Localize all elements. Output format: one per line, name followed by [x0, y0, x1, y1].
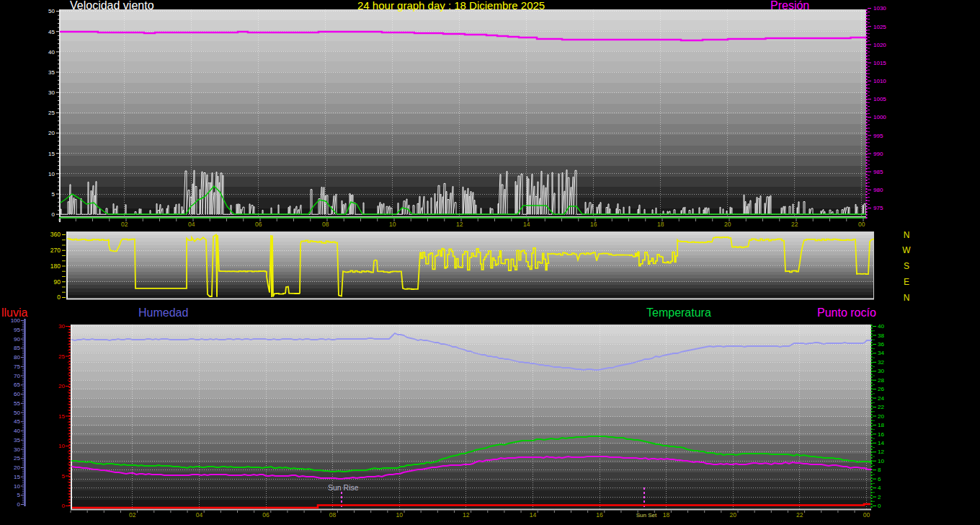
- svg-text:02: 02: [121, 221, 128, 228]
- svg-text:04: 04: [188, 221, 195, 228]
- svg-text:28: 28: [878, 377, 884, 384]
- svg-text:N: N: [904, 293, 910, 303]
- svg-text:10: 10: [14, 483, 20, 490]
- svg-text:02: 02: [129, 511, 136, 519]
- svg-text:1000: 1000: [873, 114, 886, 120]
- svg-text:20: 20: [14, 464, 20, 471]
- svg-text:0: 0: [62, 503, 66, 509]
- svg-text:22: 22: [878, 404, 884, 410]
- svg-text:1005: 1005: [873, 96, 886, 102]
- svg-text:60: 60: [14, 391, 20, 397]
- svg-text:95: 95: [14, 327, 20, 333]
- svg-text:1025: 1025: [873, 24, 886, 30]
- svg-text:360: 360: [50, 231, 61, 238]
- svg-text:Temperatura: Temperatura: [646, 306, 711, 319]
- svg-text:24 hour graph day : 18 Diciemb: 24 hour graph day : 18 Diciembre 2025: [357, 0, 545, 12]
- svg-text:995: 995: [873, 133, 883, 139]
- svg-text:30: 30: [58, 323, 65, 330]
- svg-text:20: 20: [729, 511, 736, 519]
- svg-text:14: 14: [530, 511, 537, 519]
- svg-text:30: 30: [48, 89, 55, 96]
- svg-text:06: 06: [255, 221, 262, 228]
- svg-text:Punto rocío: Punto rocío: [817, 306, 876, 319]
- svg-text:40: 40: [14, 428, 20, 434]
- svg-text:E: E: [904, 277, 909, 287]
- svg-text:18: 18: [657, 221, 664, 228]
- svg-text:00: 00: [863, 511, 870, 519]
- svg-text:24: 24: [878, 395, 884, 402]
- svg-text:N: N: [904, 230, 910, 240]
- svg-text:0: 0: [878, 503, 881, 509]
- svg-text:32: 32: [878, 359, 884, 366]
- svg-text:50: 50: [14, 410, 20, 416]
- svg-text:975: 975: [873, 205, 883, 211]
- svg-text:1020: 1020: [873, 42, 886, 48]
- svg-text:20: 20: [878, 413, 884, 420]
- svg-text:W: W: [902, 245, 911, 255]
- svg-text:30: 30: [878, 368, 884, 374]
- svg-text:50: 50: [48, 8, 55, 14]
- svg-text:Sun Rise: Sun Rise: [328, 483, 359, 492]
- svg-text:10: 10: [389, 221, 396, 228]
- svg-text:4: 4: [878, 485, 881, 491]
- svg-text:45: 45: [48, 29, 55, 35]
- svg-text:985: 985: [873, 169, 883, 175]
- svg-text:100: 100: [11, 317, 21, 324]
- svg-text:10: 10: [396, 511, 403, 519]
- svg-text:Presión: Presión: [770, 0, 809, 12]
- svg-text:1010: 1010: [873, 78, 886, 84]
- svg-text:90: 90: [54, 278, 61, 286]
- svg-text:45: 45: [14, 418, 20, 425]
- svg-text:38: 38: [878, 332, 884, 339]
- svg-text:20: 20: [48, 130, 55, 136]
- svg-text:22: 22: [791, 221, 798, 228]
- svg-text:36: 36: [878, 341, 884, 348]
- svg-text:15: 15: [48, 151, 55, 157]
- svg-text:04: 04: [196, 511, 203, 519]
- svg-text:0: 0: [52, 211, 55, 218]
- svg-text:990: 990: [873, 151, 883, 157]
- svg-text:26: 26: [878, 386, 884, 392]
- svg-text:35: 35: [14, 437, 20, 444]
- svg-text:40: 40: [878, 323, 884, 330]
- svg-text:15: 15: [14, 474, 20, 480]
- svg-text:25: 25: [14, 455, 20, 462]
- svg-text:16: 16: [596, 511, 603, 519]
- svg-text:5: 5: [52, 191, 55, 198]
- svg-text:08: 08: [329, 511, 337, 519]
- svg-text:0: 0: [57, 294, 61, 301]
- svg-text:85: 85: [14, 345, 20, 351]
- svg-text:5: 5: [17, 492, 21, 498]
- svg-text:1030: 1030: [873, 5, 886, 12]
- svg-text:30: 30: [14, 446, 20, 453]
- svg-text:20: 20: [724, 221, 731, 228]
- svg-text:0: 0: [17, 501, 21, 508]
- svg-text:2: 2: [878, 494, 881, 500]
- svg-text:15: 15: [58, 413, 65, 420]
- svg-text:12: 12: [878, 449, 884, 455]
- svg-text:6: 6: [878, 476, 881, 482]
- svg-text:S: S: [904, 261, 909, 271]
- svg-text:12: 12: [463, 511, 470, 519]
- svg-text:980: 980: [873, 187, 883, 193]
- svg-text:34: 34: [878, 350, 884, 356]
- svg-text:35: 35: [48, 69, 55, 76]
- svg-text:14: 14: [523, 221, 530, 228]
- svg-text:90: 90: [14, 336, 20, 343]
- svg-text:Sun Set: Sun Set: [636, 512, 657, 519]
- svg-text:08: 08: [322, 221, 329, 228]
- svg-text:18: 18: [663, 511, 670, 519]
- svg-text:25: 25: [58, 353, 65, 360]
- svg-text:40: 40: [48, 49, 55, 56]
- svg-text:Humedad: Humedad: [138, 306, 188, 319]
- svg-text:8: 8: [878, 467, 881, 473]
- svg-text:80: 80: [14, 354, 20, 361]
- svg-text:06: 06: [262, 511, 270, 519]
- svg-text:10: 10: [58, 443, 65, 449]
- svg-text:14: 14: [878, 440, 884, 446]
- svg-text:70: 70: [14, 373, 20, 379]
- svg-text:65: 65: [14, 381, 20, 388]
- svg-text:55: 55: [14, 400, 20, 407]
- svg-text:10: 10: [48, 171, 55, 177]
- svg-text:Velocidad viento: Velocidad viento: [70, 0, 154, 12]
